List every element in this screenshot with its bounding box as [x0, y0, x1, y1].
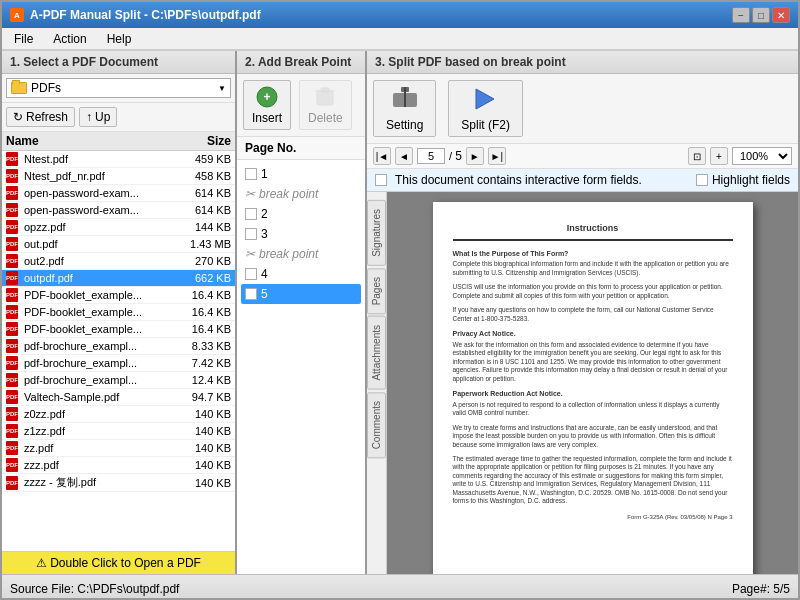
folder-dropdown[interactable]: PDFs ▼: [6, 78, 231, 98]
file-row[interactable]: PDF pdf-brochure_exampl... 7.42 KB: [2, 355, 235, 372]
page-item[interactable]: 3: [241, 224, 361, 244]
highlight-checkbox[interactable]: [696, 174, 708, 186]
page-checkbox[interactable]: [245, 208, 257, 220]
file-size: 614 KB: [171, 187, 231, 199]
break-icon: ✂: [245, 247, 255, 261]
file-name: zzzz - 复制.pdf: [24, 475, 171, 490]
sidebar-tab-comments[interactable]: Comments: [367, 392, 386, 458]
file-name: z1zz.pdf: [24, 425, 171, 437]
refresh-label: Refresh: [26, 110, 68, 124]
col-name-header: Name: [6, 134, 171, 148]
file-name: opzz.pdf: [24, 221, 171, 233]
section-text: A person is not required to respond to a…: [453, 401, 733, 418]
file-row[interactable]: PDF zzz.pdf 140 KB: [2, 457, 235, 474]
file-row[interactable]: PDF opzz.pdf 144 KB: [2, 219, 235, 236]
next-page-button[interactable]: ►: [466, 147, 484, 165]
file-row[interactable]: PDF pdf-brochure_exampl... 8.33 KB: [2, 338, 235, 355]
menu-file[interactable]: File: [6, 30, 41, 48]
file-size: 140 KB: [171, 425, 231, 437]
zoom-in-button[interactable]: +: [710, 147, 728, 165]
page-info: Page#: 5/5: [732, 582, 790, 596]
file-row[interactable]: PDF zz.pdf 140 KB: [2, 440, 235, 457]
page-checkbox[interactable]: [245, 288, 257, 300]
file-row[interactable]: PDF open-password-exam... 614 KB: [2, 202, 235, 219]
pdf-icon: PDF: [6, 424, 18, 438]
file-row[interactable]: PDF out2.pdf 270 KB: [2, 253, 235, 270]
file-size: 458 KB: [171, 170, 231, 182]
page-checkbox[interactable]: [245, 168, 257, 180]
pdf-icon: PDF: [6, 356, 18, 370]
file-size: 7.42 KB: [171, 357, 231, 369]
app-icon: A: [10, 8, 24, 22]
page-number-input[interactable]: 5: [417, 148, 445, 164]
file-icon: PDF: [6, 373, 20, 387]
page-item[interactable]: 1: [241, 164, 361, 184]
pdf-icon: PDF: [6, 237, 18, 251]
prev-page-button[interactable]: ◄: [395, 147, 413, 165]
file-icon: PDF: [6, 390, 20, 404]
sidebar-tab-attachments[interactable]: Attachments: [367, 316, 386, 390]
section-text: We try to create forms and instructions …: [453, 424, 733, 449]
file-row[interactable]: PDF pdf-brochure_exampl... 12.4 KB: [2, 372, 235, 389]
sidebar-tab-pages[interactable]: Pages: [367, 268, 386, 314]
page-item[interactable]: 2: [241, 204, 361, 224]
pdf-content[interactable]: Instructions What Is the Purpose of This…: [387, 192, 798, 574]
file-icon: PDF: [6, 203, 20, 217]
file-row[interactable]: PDF z0zz.pdf 140 KB: [2, 406, 235, 423]
page-checkbox[interactable]: [245, 268, 257, 280]
break-point-item[interactable]: ✂break point: [241, 244, 361, 264]
file-size: 16.4 KB: [171, 306, 231, 318]
setting-button[interactable]: Setting: [373, 80, 436, 137]
file-row[interactable]: PDF Valtech-Sample.pdf 94.7 KB: [2, 389, 235, 406]
delete-icon: [313, 85, 337, 109]
zoom-fit-button[interactable]: ⊡: [688, 147, 706, 165]
file-name: Valtech-Sample.pdf: [24, 391, 171, 403]
split-button[interactable]: Split (F2): [448, 80, 523, 137]
file-row[interactable]: PDF PDF-booklet_example... 16.4 KB: [2, 287, 235, 304]
file-row[interactable]: PDF Ntest_pdf_nr.pdf 458 KB: [2, 168, 235, 185]
section-heading: Privacy Act Notice.: [453, 329, 733, 339]
sidebar-tab-signatures[interactable]: Signatures: [367, 200, 386, 266]
pdf-icon: PDF: [6, 441, 18, 455]
file-row[interactable]: PDF Ntest.pdf 459 KB: [2, 151, 235, 168]
file-name: PDF-booklet_example...: [24, 289, 171, 301]
highlight-fields-check: Highlight fields: [696, 173, 790, 187]
page-item[interactable]: 5: [241, 284, 361, 304]
file-name: pdf-brochure_exampl...: [24, 374, 171, 386]
maximize-button[interactable]: □: [752, 7, 770, 23]
info-text: This document contains interactive form …: [395, 173, 642, 187]
up-button[interactable]: ↑ Up: [79, 107, 117, 127]
middle-panel-header: 2. Add Break Point: [237, 51, 365, 74]
minimize-button[interactable]: −: [732, 7, 750, 23]
col-size-header: Size: [171, 134, 231, 148]
close-button[interactable]: ✕: [772, 7, 790, 23]
insert-button[interactable]: + Insert: [243, 80, 291, 130]
refresh-button[interactable]: ↻ Refresh: [6, 107, 75, 127]
info-checkbox[interactable]: [375, 174, 387, 186]
file-size: 16.4 KB: [171, 323, 231, 335]
file-row[interactable]: PDF outpdf.pdf 662 KB: [2, 270, 235, 287]
zoom-select[interactable]: 100% 75% 50% 125%: [732, 147, 792, 165]
file-row[interactable]: PDF z1zz.pdf 140 KB: [2, 423, 235, 440]
break-point-item[interactable]: ✂break point: [241, 184, 361, 204]
first-page-button[interactable]: |◄: [373, 147, 391, 165]
last-page-button[interactable]: ►|: [488, 147, 506, 165]
page-checkbox[interactable]: [245, 228, 257, 240]
window-controls: − □ ✕: [732, 7, 790, 23]
pdf-icon: PDF: [6, 407, 18, 421]
file-name: PDF-booklet_example...: [24, 323, 171, 335]
delete-label: Delete: [308, 111, 343, 125]
file-row[interactable]: PDF out.pdf 1.43 MB: [2, 236, 235, 253]
middle-toolbar: + Insert Delete: [237, 74, 365, 137]
file-row[interactable]: PDF open-password-exam... 614 KB: [2, 185, 235, 202]
menu-action[interactable]: Action: [45, 30, 94, 48]
menu-help[interactable]: Help: [99, 30, 140, 48]
file-row[interactable]: PDF zzzz - 复制.pdf 140 KB: [2, 474, 235, 492]
file-row[interactable]: PDF PDF-booklet_example... 16.4 KB: [2, 304, 235, 321]
file-name: Ntest_pdf_nr.pdf: [24, 170, 171, 182]
pdf-icon: PDF: [6, 322, 18, 336]
window-title: A-PDF Manual Split - C:\PDFs\outpdf.pdf: [30, 8, 261, 22]
page-item[interactable]: 4: [241, 264, 361, 284]
file-row[interactable]: PDF PDF-booklet_example... 16.4 KB: [2, 321, 235, 338]
pdf-icon: PDF: [6, 152, 18, 166]
